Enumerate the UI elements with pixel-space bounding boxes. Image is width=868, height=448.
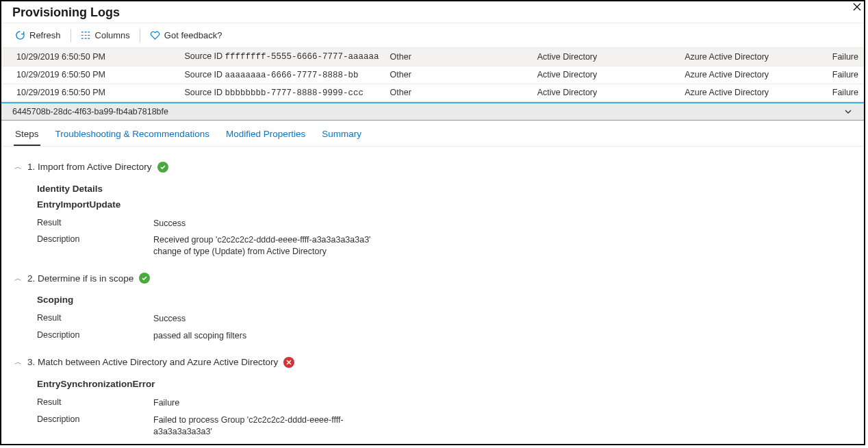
step-header-3[interactable]: ︿ 3. Match between Active Directory and … bbox=[14, 357, 852, 368]
tab-steps[interactable]: Steps bbox=[14, 125, 40, 146]
cell-source-system: Active Directory bbox=[532, 84, 679, 101]
detail-panel-header[interactable]: 6445708b-28dc-4f63-ba99-fb4ab7818bfe bbox=[1, 102, 864, 121]
feedback-button[interactable]: Got feedback? bbox=[146, 27, 227, 43]
chevron-down-icon[interactable] bbox=[843, 107, 853, 116]
step-title: 1. Import from Active Directory bbox=[27, 162, 152, 172]
section-heading: Scoping bbox=[37, 295, 852, 305]
field-label: Description bbox=[37, 414, 153, 438]
refresh-label: Refresh bbox=[29, 30, 61, 40]
section-heading: Identity Details bbox=[37, 184, 852, 194]
cell-other: Other bbox=[385, 48, 532, 66]
step-header-2[interactable]: ︿ 2. Determine if is in scope bbox=[14, 273, 852, 284]
columns-icon bbox=[81, 30, 91, 40]
provisioning-logs-window: Provisioning Logs Refresh Columns Got fe… bbox=[0, 0, 865, 445]
step-title: 2. Determine if is in scope bbox=[27, 273, 133, 284]
cell-status: Failure bbox=[827, 48, 864, 66]
detail-tabs: Steps Troubleshooting & Recommendations … bbox=[1, 121, 864, 147]
refresh-icon bbox=[15, 30, 25, 40]
cell-date: 10/29/2019 6:50:50 PM bbox=[1, 48, 179, 66]
steps-pane[interactable]: ︿ 1. Import from Active Directory Identi… bbox=[1, 147, 864, 446]
feedback-label: Got feedback? bbox=[164, 30, 222, 40]
field-value: Success bbox=[153, 218, 186, 229]
field-label: Result bbox=[37, 313, 153, 325]
cell-source: Source ID aaaaaaaa-6666-7777-8888-bb bbox=[179, 66, 384, 84]
field-label: Description bbox=[37, 330, 153, 342]
chevron-up-icon: ︿ bbox=[14, 357, 22, 367]
table-row[interactable]: 10/29/2019 6:50:50 PMSource ID bbbbbbbb-… bbox=[1, 84, 864, 101]
cell-target-system: Azure Active Directory bbox=[679, 84, 827, 101]
section-heading: EntrySynchronizationError bbox=[37, 379, 852, 389]
command-bar: Refresh Columns Got feedback? bbox=[1, 23, 864, 48]
cell-source-system: Active Directory bbox=[532, 66, 679, 84]
field-value: Success bbox=[153, 313, 186, 325]
chevron-up-icon: ︿ bbox=[14, 162, 22, 172]
error-icon bbox=[283, 357, 294, 368]
step-body-1: Identity Details EntryImportUpdate Resul… bbox=[14, 184, 852, 261]
field-label: ReportableIdentifier bbox=[37, 443, 153, 446]
field-value: passed all scoping filters bbox=[153, 330, 246, 342]
cell-status: Failure bbox=[827, 66, 864, 84]
step-body-2: Scoping ResultSuccess Descriptionpassed … bbox=[14, 295, 852, 345]
divider bbox=[140, 29, 140, 42]
cell-source: Source ID ffffffff-5555-6666-7777-aaaaaa bbox=[179, 48, 384, 66]
step-title: 3. Match between Active Directory and Az… bbox=[27, 357, 278, 367]
close-icon[interactable] bbox=[850, 1, 864, 12]
chevron-up-icon: ︿ bbox=[14, 273, 22, 284]
cell-target-system: Azure Active Directory bbox=[679, 48, 827, 66]
divider bbox=[71, 29, 71, 42]
cell-other: Other bbox=[385, 84, 532, 101]
columns-label: Columns bbox=[95, 30, 130, 40]
field-label: Result bbox=[37, 397, 153, 409]
field-value: Received group 'c2c2c2c2-dddd-eeee-ffff-… bbox=[153, 234, 400, 258]
cell-status: Failure bbox=[827, 84, 864, 101]
success-icon bbox=[139, 273, 150, 284]
cell-source-system: Active Directory bbox=[532, 48, 679, 66]
table-row[interactable]: 10/29/2019 6:50:50 PMSource ID aaaaaaaa-… bbox=[1, 66, 864, 84]
section-heading: EntryImportUpdate bbox=[37, 199, 852, 210]
page-title: Provisioning Logs bbox=[1, 1, 864, 23]
tab-summary[interactable]: Summary bbox=[320, 125, 363, 146]
columns-button[interactable]: Columns bbox=[77, 27, 134, 43]
step-header-1[interactable]: ︿ 1. Import from Active Directory bbox=[14, 162, 852, 173]
detail-id: 6445708b-28dc-4f63-ba99-fb4ab7818bfe bbox=[12, 107, 168, 116]
field-label: Description bbox=[37, 234, 153, 258]
cell-date: 10/29/2019 6:50:50 PM bbox=[1, 66, 179, 84]
tab-modified-properties[interactable]: Modified Properties bbox=[225, 125, 307, 146]
refresh-button[interactable]: Refresh bbox=[11, 27, 65, 43]
table-row[interactable]: 10/29/2019 6:50:50 PMSource ID ffffffff-… bbox=[1, 48, 864, 66]
cell-source: Source ID bbbbbbbb-7777-8888-9999-ccc bbox=[179, 84, 384, 101]
cell-date: 10/29/2019 6:50:50 PM bbox=[1, 84, 179, 101]
field-value: Failure bbox=[153, 397, 179, 409]
logs-table: 10/29/2019 6:50:50 PMSource ID ffffffff-… bbox=[1, 48, 864, 102]
field-value: Failed to process Group 'c2c2c2c2-dddd-e… bbox=[153, 414, 400, 438]
step-body-3: EntrySynchronizationError ResultFailure … bbox=[14, 379, 852, 445]
cell-target-system: Azure Active Directory bbox=[679, 66, 827, 84]
field-label: Result bbox=[37, 218, 153, 229]
tab-troubleshooting[interactable]: Troubleshooting & Recommendations bbox=[54, 125, 211, 146]
field-value: c2c2c2c2-dddd-eeee-ffff-a3a3a3a3a3a3 bbox=[153, 443, 305, 446]
success-icon bbox=[157, 162, 168, 173]
heart-icon bbox=[150, 30, 160, 40]
cell-other: Other bbox=[385, 66, 532, 84]
